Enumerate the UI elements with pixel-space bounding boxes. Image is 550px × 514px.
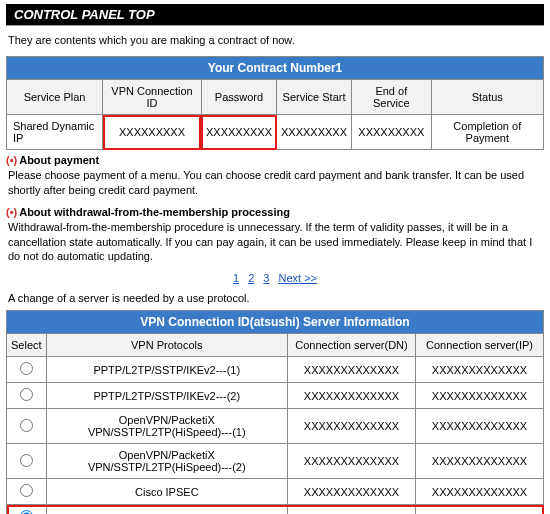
server-select-radio[interactable] bbox=[20, 484, 33, 497]
server-row-ip: XXXXXXXXXXXXX bbox=[416, 383, 544, 409]
server-row-dn: XXXXXXXXXXXXX bbox=[288, 479, 416, 505]
contract-table: Your Contract Number1 Service Plan VPN C… bbox=[6, 56, 544, 150]
server-row-select-cell bbox=[7, 444, 47, 479]
server-row: Cisco IPSECXXXXXXXXXXXXXXXXXXXXXXXXXX bbox=[7, 479, 544, 505]
server-row-ip: XXXXXXXXXXXXX bbox=[416, 409, 544, 444]
cell-status: Completion of Payment bbox=[431, 115, 543, 150]
contract-row: Shared Dynamic IP XXXXXXXXX XXXXXXXXX XX… bbox=[7, 115, 544, 150]
server-row: PPTP/L2TP/SSTP/IKEv2---(1)XXXXXXXXXXXXXX… bbox=[7, 357, 544, 383]
note-payment-title: About payment bbox=[6, 154, 544, 166]
server-header: VPN Connection ID(atsushi) Server Inform… bbox=[7, 311, 544, 334]
server-row-proto: OpenVPN/PacketiX VPN/SSTP/L2TP(HiSpeed)-… bbox=[46, 444, 287, 479]
page-1-link[interactable]: 1 bbox=[233, 272, 239, 284]
note-withdraw-body: Withdrawal-from-the-membership procedure… bbox=[8, 220, 542, 265]
col-dn: Connection server(DN) bbox=[288, 334, 416, 357]
server-row: OpenVPN/PacketiX VPN/SSTP/L2TP(HiSpeed)-… bbox=[7, 444, 544, 479]
server-header-row: VPN Connection ID(atsushi) Server Inform… bbox=[7, 311, 544, 334]
server-row-proto: Cisco IPSEC bbox=[46, 479, 287, 505]
server-row-proto: PPTP/L2TP/SSTP/IKEv2---(2) bbox=[46, 383, 287, 409]
server-row: OpenVPN/PacketiX VPN/SSTP/L2TP(HiSpeed)-… bbox=[7, 409, 544, 444]
server-row-select-cell bbox=[7, 479, 47, 505]
server-row-proto: Cisco Anyconnect bbox=[46, 505, 287, 514]
server-row-dn: XXXXXXXXXXXXX bbox=[288, 383, 416, 409]
server-row-proto: OpenVPN/PacketiX VPN/SSTP/L2TP(HiSpeed)-… bbox=[46, 409, 287, 444]
page-2-link[interactable]: 2 bbox=[248, 272, 254, 284]
cell-vpnid: XXXXXXXXX bbox=[103, 115, 202, 150]
server-select-radio[interactable] bbox=[20, 388, 33, 401]
server-row-proto: PPTP/L2TP/SSTP/IKEv2---(1) bbox=[46, 357, 287, 383]
cell-start: XXXXXXXXX bbox=[277, 115, 352, 150]
pager: 1 2 3 Next >> bbox=[6, 272, 544, 284]
col-pass: Password bbox=[201, 80, 276, 115]
server-row-ip: XXXXXXXXXXXXX bbox=[416, 505, 544, 514]
col-select: Select bbox=[7, 334, 47, 357]
note-payment-body: Please choose payment of a menu. You can… bbox=[8, 168, 542, 198]
col-plan: Service Plan bbox=[7, 80, 103, 115]
server-row-ip: XXXXXXXXXXXXX bbox=[416, 357, 544, 383]
server-row: Cisco AnyconnectXXXXXXXXXXXXXXXXXXXXXXXX… bbox=[7, 505, 544, 514]
server-row-select-cell bbox=[7, 505, 47, 514]
server-row-select-cell bbox=[7, 383, 47, 409]
page-3-link[interactable]: 3 bbox=[263, 272, 269, 284]
server-row-dn: XXXXXXXXXXXXX bbox=[288, 444, 416, 479]
col-vpnid: VPN Connection ID bbox=[103, 80, 202, 115]
col-status: Status bbox=[431, 80, 543, 115]
contract-columns: Service Plan VPN Connection ID Password … bbox=[7, 80, 544, 115]
server-row-dn: XXXXXXXXXXXXX bbox=[288, 409, 416, 444]
intro-text: They are contents which you are making a… bbox=[8, 34, 542, 46]
col-start: Service Start bbox=[277, 80, 352, 115]
col-ip: Connection server(IP) bbox=[416, 334, 544, 357]
server-select-radio[interactable] bbox=[20, 510, 33, 514]
server-row-ip: XXXXXXXXXXXXX bbox=[416, 479, 544, 505]
server-note: A change of a server is needed by a use … bbox=[8, 292, 542, 304]
server-row: PPTP/L2TP/SSTP/IKEv2---(2)XXXXXXXXXXXXXX… bbox=[7, 383, 544, 409]
col-end: End of Service bbox=[352, 80, 432, 115]
server-row-dn: XXXXXXXXXXXXX bbox=[288, 505, 416, 514]
server-row-dn: XXXXXXXXXXXXX bbox=[288, 357, 416, 383]
cell-end: XXXXXXXXX bbox=[352, 115, 432, 150]
server-table: VPN Connection ID(atsushi) Server Inform… bbox=[6, 310, 544, 514]
contract-header-row: Your Contract Number1 bbox=[7, 57, 544, 80]
contract-header: Your Contract Number1 bbox=[7, 57, 544, 80]
col-proto: VPN Protocols bbox=[46, 334, 287, 357]
cell-pass: XXXXXXXXX bbox=[201, 115, 276, 150]
server-select-radio[interactable] bbox=[20, 362, 33, 375]
server-row-ip: XXXXXXXXXXXXX bbox=[416, 444, 544, 479]
server-select-radio[interactable] bbox=[20, 454, 33, 467]
server-row-select-cell bbox=[7, 357, 47, 383]
note-withdraw-title: About withdrawal-from-the-membership pro… bbox=[6, 206, 544, 218]
server-columns: Select VPN Protocols Connection server(D… bbox=[7, 334, 544, 357]
server-row-select-cell bbox=[7, 409, 47, 444]
page-title: CONTROL PANEL TOP bbox=[6, 4, 544, 26]
cell-plan: Shared Dynamic IP bbox=[7, 115, 103, 150]
page-next-link[interactable]: Next >> bbox=[279, 272, 318, 284]
server-select-radio[interactable] bbox=[20, 419, 33, 432]
